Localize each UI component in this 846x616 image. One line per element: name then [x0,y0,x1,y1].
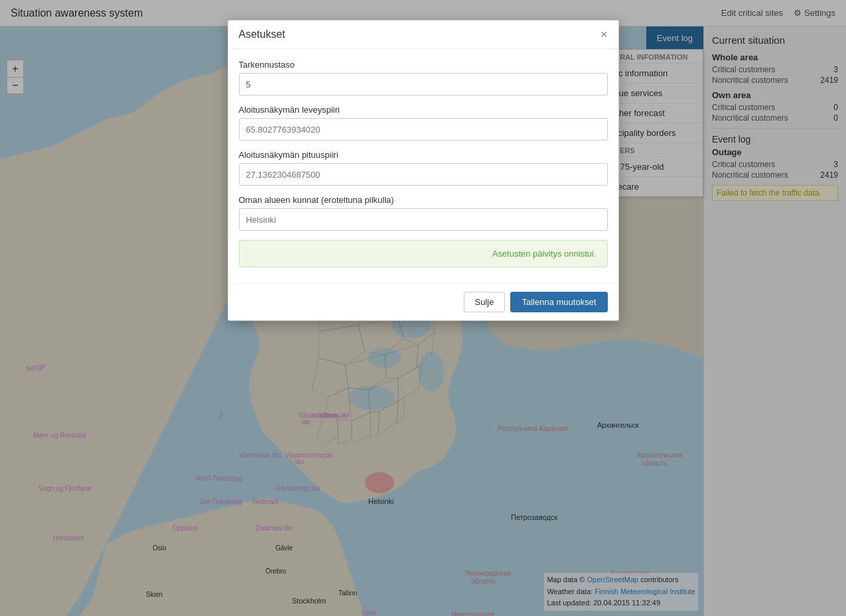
modal-header: Asetukset × [228,21,618,49]
field4-input[interactable] [239,208,608,231]
field2-label: Aloitusnäkymän leveyspiiri [239,105,608,115]
modal-footer: Sulje Tallenna muutokset [228,283,618,320]
close-button[interactable]: Sulje [464,292,506,312]
field1-label: Tarkennustaso [239,60,608,70]
form-group-leveys: Aloitusnäkymän leveyspiiri [239,105,608,141]
modal-body: Tarkennustaso Aloitusnäkymän leveyspiiri… [228,49,618,283]
save-button[interactable]: Tallenna muutokset [510,292,607,312]
field3-label: Aloitusnäkymän pituuspiiri [239,150,608,160]
modal-title: Asetukset [239,29,285,40]
modal-overlay: Asetukset × Tarkennustaso Aloitusnäkymän… [0,0,846,616]
field4-label: Oman alueen kunnat (eroteltuna pilkulla) [239,195,608,205]
field2-input[interactable] [239,118,608,141]
form-group-pituus: Aloitusnäkymän pituuspiiri [239,150,608,186]
field3-input[interactable] [239,163,608,186]
form-group-kunnat: Oman alueen kunnat (eroteltuna pilkulla) [239,195,608,231]
modal-close-button[interactable]: × [600,29,608,40]
settings-modal: Asetukset × Tarkennustaso Aloitusnäkymän… [228,20,619,321]
field1-input[interactable] [239,73,608,95]
success-message: Asetusten päivitys onnistui. [239,240,608,267]
form-group-tarkennustaso: Tarkennustaso [239,60,608,95]
